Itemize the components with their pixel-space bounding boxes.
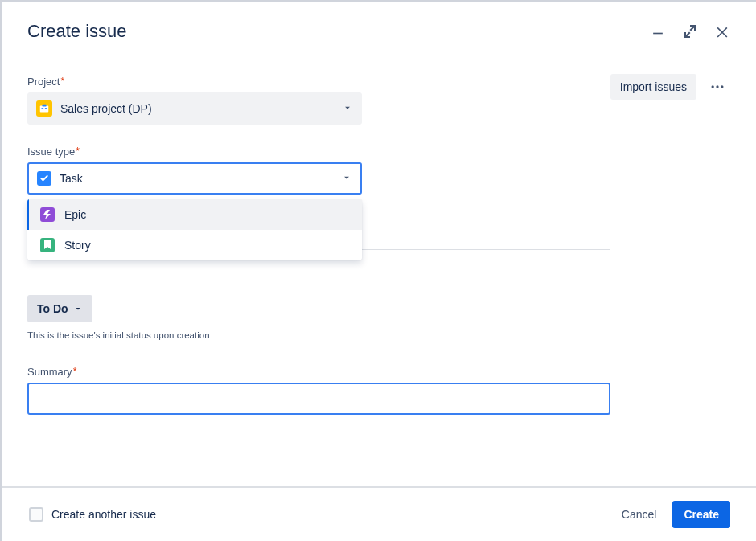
create-button[interactable]: Create — [672, 501, 730, 528]
task-icon — [37, 171, 51, 186]
import-issues-button[interactable]: Import issues — [610, 74, 696, 100]
svg-rect-1 — [42, 105, 46, 107]
project-value: Sales project (DP) — [60, 102, 152, 115]
option-label: Epic — [64, 208, 86, 221]
svg-point-6 — [721, 85, 723, 88]
issue-type-value: Task — [60, 172, 83, 185]
project-icon — [36, 100, 52, 117]
summary-label: Summary* — [27, 366, 76, 378]
create-another-label: Create another issue — [51, 508, 156, 521]
status-value: To Do — [37, 302, 68, 315]
minimize-icon[interactable] — [650, 23, 666, 39]
issue-type-option-story[interactable]: Story — [27, 230, 362, 260]
issue-type-option-epic[interactable]: Epic — [27, 199, 362, 230]
modal-title: Create issue — [27, 21, 127, 42]
svg-rect-2 — [42, 108, 44, 109]
footer: Create another issue Cancel Create — [2, 486, 756, 541]
chevron-down-icon — [341, 172, 352, 186]
summary-input[interactable] — [27, 383, 610, 415]
cancel-button[interactable]: Cancel — [612, 502, 667, 527]
close-icon[interactable] — [714, 23, 730, 39]
issue-type-dropdown: Epic Story — [27, 199, 362, 260]
svg-rect-3 — [45, 108, 47, 109]
chevron-down-icon — [342, 102, 353, 116]
issue-type-label: Issue type* — [27, 145, 80, 158]
project-select[interactable]: Sales project (DP) — [27, 92, 362, 125]
epic-icon — [40, 207, 55, 222]
status-chip[interactable]: To Do — [27, 295, 92, 322]
expand-icon[interactable] — [684, 25, 696, 38]
svg-point-4 — [712, 85, 714, 88]
issue-type-select[interactable]: Task — [27, 162, 362, 195]
option-label: Story — [64, 239, 91, 252]
svg-point-5 — [716, 85, 718, 88]
story-icon — [40, 238, 55, 252]
status-helper: This is the issue's initial status upon … — [27, 330, 610, 340]
svg-rect-0 — [40, 106, 49, 113]
chevron-down-icon — [73, 304, 83, 314]
project-label: Project* — [27, 76, 64, 88]
create-another-checkbox[interactable] — [29, 507, 43, 522]
more-icon[interactable] — [705, 74, 730, 100]
